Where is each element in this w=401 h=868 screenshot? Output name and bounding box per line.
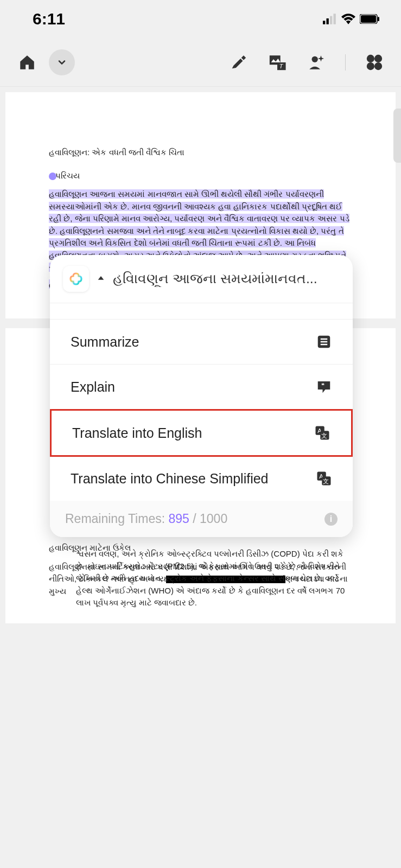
remaining-times: Remaining Times: 895 / 1000 (65, 512, 227, 526)
document-title: હવાવિલૂણન: એક વધતી જતી વૈશ્વિક ચિંતા (49, 146, 352, 159)
ai-logo[interactable] (63, 266, 89, 292)
highlighter-icon (229, 53, 247, 72)
ai-action-popup: હવાિવણૂન આજના સમયમાંમાનવત... Summarize E… (50, 255, 353, 537)
wifi-icon (341, 14, 355, 24)
toolbar: T (0, 38, 401, 87)
scroll-handle[interactable] (393, 108, 401, 163)
home-button[interactable] (16, 52, 38, 73)
action-label: Summarize (71, 334, 139, 350)
action-label: Translate into Chinese Simplified (71, 471, 269, 487)
signal-icon (323, 14, 337, 24)
home-icon (18, 53, 36, 72)
svg-text:文: 文 (321, 432, 327, 439)
svg-rect-5 (361, 15, 376, 23)
status-bar: 6:11 (0, 0, 401, 38)
intro-label: પરિચય (49, 170, 352, 182)
svg-text:文: 文 (323, 478, 329, 484)
chevron-down-icon (56, 57, 67, 68)
translate-icon: A文 (314, 425, 330, 441)
action-label: Translate into English (72, 425, 202, 441)
quote-bubble-icon: ❝ (316, 379, 332, 395)
info-icon: i (330, 514, 332, 524)
svg-point-13 (367, 62, 374, 70)
list-icon (316, 334, 332, 350)
translate-icon: A文 (316, 470, 332, 487)
svg-rect-0 (323, 21, 325, 24)
flower-icon (68, 271, 84, 287)
translate-chinese-action[interactable]: Translate into Chinese Simplified A文 (50, 456, 353, 501)
svg-point-10 (312, 56, 318, 62)
toolbar-divider (345, 54, 346, 71)
svg-text:T: T (279, 63, 284, 69)
apps-icon (365, 53, 384, 72)
popup-footer: Remaining Times: 895 / 1000 i (50, 501, 353, 537)
svg-point-11 (367, 54, 374, 62)
svg-rect-1 (327, 18, 329, 24)
image-text-button[interactable]: T (267, 52, 288, 73)
svg-text:❝: ❝ (321, 382, 324, 388)
popup-spacer (50, 303, 353, 320)
action-label: Explain (71, 379, 115, 395)
visible-paragraph-below-popup: શ્વસન વલણ, અને ક્રોનિક ઓબ્સ્ટ્રક્ટિવ પલ્… (49, 548, 352, 609)
battery-icon (360, 14, 379, 24)
apps-button[interactable] (364, 52, 385, 73)
svg-point-14 (374, 62, 382, 70)
highlighter-button[interactable] (228, 52, 249, 73)
popup-title: હવાિવણૂન આજના સમયમાંમાનવત... (113, 271, 340, 287)
image-text-icon: T (268, 53, 287, 72)
svg-point-12 (374, 54, 382, 62)
svg-rect-2 (330, 16, 332, 24)
popup-header: હવાિવણૂન આજના સમયમાંમાનવત... (50, 255, 353, 303)
status-icons (323, 14, 379, 24)
translate-english-action[interactable]: Translate into English A文 (50, 409, 353, 457)
explain-action[interactable]: Explain ❝ (50, 365, 353, 410)
sparkle-person-icon (307, 53, 326, 72)
status-time: 6:11 (33, 10, 65, 28)
svg-rect-6 (378, 17, 379, 21)
summarize-action[interactable]: Summarize (50, 320, 353, 365)
info-button[interactable]: i (324, 513, 338, 526)
svg-rect-3 (334, 14, 336, 24)
triangle-up-icon (97, 274, 105, 283)
ai-enhance-button[interactable] (306, 52, 327, 73)
dropdown-button[interactable] (49, 49, 75, 75)
collapse-button[interactable] (97, 274, 105, 284)
